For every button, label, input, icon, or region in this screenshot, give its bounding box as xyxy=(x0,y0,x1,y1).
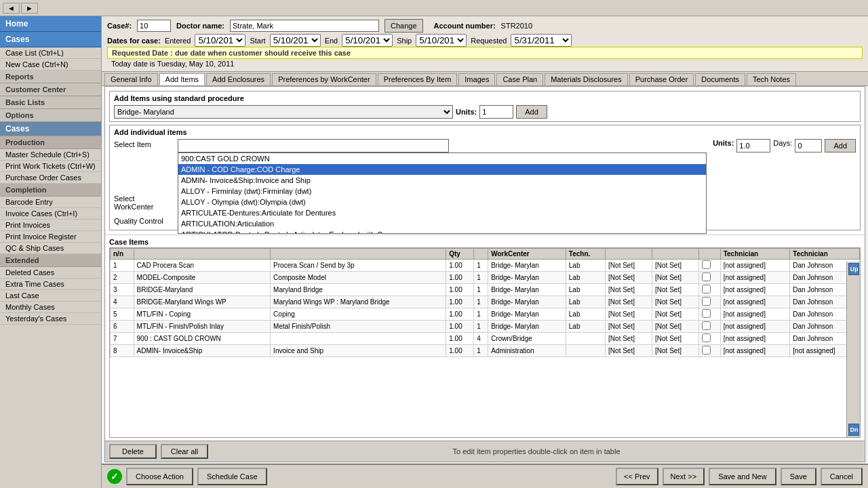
sidebar-item-extra-time-cases[interactable]: Extra Time Cases xyxy=(0,279,101,290)
sidebar-item-purchase-order-cases[interactable]: Purchase Order Cases xyxy=(0,172,101,184)
scroll-up-button[interactable]: Up xyxy=(848,263,859,275)
tab-documents[interactable]: Documents xyxy=(695,73,745,85)
clear-all-button[interactable]: Clear all xyxy=(161,444,208,459)
table-row[interactable]: 2 MODEL-Composite Composite Model 1.00 1… xyxy=(111,272,860,284)
sidebar-item-print-invoices[interactable]: Print Invoices xyxy=(0,220,101,231)
tab-case-plan[interactable]: Case Plan xyxy=(496,73,543,85)
tab-materials-disclosures[interactable]: Materials Disclosures xyxy=(545,73,628,85)
sidebar-label-options[interactable]: Options xyxy=(0,109,101,122)
doctor-name-input[interactable] xyxy=(230,20,379,32)
sidebar-item-master-schedule[interactable]: Master Schedule (Ctrl+S) xyxy=(0,149,101,161)
cell-code: 900 : CAST GOLD CROWN xyxy=(134,333,271,345)
dropdown-item-admin-invoice-ship[interactable]: ADMIN- Invoice&Ship:Invoice and Ship xyxy=(178,175,706,186)
tab-content-add-items: Add Items using standard procedure Bridg… xyxy=(104,86,865,462)
scroll-down-button[interactable]: Dn xyxy=(848,424,859,436)
entered-date-select[interactable]: 5/10/2011 xyxy=(195,34,245,47)
next-button[interactable]: Next >> xyxy=(663,468,705,485)
tab-preferences-by-workcenter[interactable]: Preferences by WorkCenter xyxy=(272,73,376,85)
sidebar-item-invoice-cases[interactable]: Invoice Cases (Ctrl+I) xyxy=(0,208,101,220)
dropdown-item-articulation[interactable]: ARTICULATION:Articulation xyxy=(178,218,706,229)
table-row[interactable]: 4 BRIDGE-Maryland Wings WP Maryland Wing… xyxy=(111,296,860,308)
sidebar-item-yesterdays-cases[interactable]: Yesterday's Cases xyxy=(0,313,101,325)
units-input[interactable] xyxy=(479,105,513,119)
cell-code: MODEL-Composite xyxy=(134,272,271,284)
dropdown-item-admin-cod[interactable]: ADMIN - COD Charge:COD Charge xyxy=(178,164,706,175)
cell-n: 6 xyxy=(111,321,134,333)
tab-add-enclosures[interactable]: Add Enclosures xyxy=(206,73,271,85)
add-standard-button[interactable]: Add xyxy=(516,105,547,119)
account-number-value: STR2010 xyxy=(501,22,532,30)
save-and-new-button[interactable]: Save and New xyxy=(709,468,776,485)
case-number-input[interactable] xyxy=(137,20,171,32)
tab-preferences-by-item[interactable]: Preferences By Item xyxy=(378,73,458,85)
ship-date-select[interactable]: 5/10/2011 xyxy=(416,34,467,47)
save-button[interactable]: Save xyxy=(781,468,816,485)
cell-assigned: [not assigned] xyxy=(720,296,790,308)
prev-button[interactable]: << Prev xyxy=(616,468,658,485)
cell-tech: Lab xyxy=(566,308,605,321)
cell-workcenter: Crown/Bridge xyxy=(488,333,566,345)
sidebar-item-deleted-cases[interactable]: Deleted Cases xyxy=(0,267,101,279)
back-button[interactable]: ◄ xyxy=(3,3,20,14)
sidebar-label-basic-lists[interactable]: Basic Lists xyxy=(0,96,101,109)
forward-button[interactable]: ► xyxy=(21,3,38,14)
tabs-bar: General Info Add Items Add Enclosures Pr… xyxy=(102,72,868,86)
table-row[interactable]: 7 900 : CAST GOLD CROWN 1.00 4 Crown/Bri… xyxy=(111,333,860,345)
dropdown-item-alloy-olympia[interactable]: ALLOY - Olympia (dwt):Olympia (dwt) xyxy=(178,197,706,207)
individual-items-title: Add individual items xyxy=(114,128,856,136)
cell-status1: [Not Set] xyxy=(606,296,652,308)
sidebar-item-monthly-cases[interactable]: Monthly Cases xyxy=(0,302,101,313)
tab-general-info[interactable]: General Info xyxy=(104,73,158,85)
choose-action-button[interactable]: Choose Action xyxy=(126,468,193,485)
cancel-button[interactable]: Cancel xyxy=(821,468,863,485)
dropdown-item-alloy-firminlay[interactable]: ALLOY - Firminlay (dwt):Firminlay (dwt) xyxy=(178,186,706,197)
table-row[interactable]: 8 ADMIN- Invoice&Ship Invoice and Ship 1… xyxy=(111,345,860,357)
schedule-case-button[interactable]: Schedule Case xyxy=(197,468,267,485)
cell-qty: 1.00 xyxy=(446,308,474,321)
delete-button[interactable]: Delete xyxy=(109,444,157,459)
tab-add-items[interactable]: Add Items xyxy=(159,73,205,85)
cell-assigned: [not assigned] xyxy=(720,321,790,333)
cell-qty: 1.00 xyxy=(446,260,474,272)
sidebar-item-qc-ship-cases[interactable]: QC & Ship Cases xyxy=(0,243,101,254)
sidebar-label-cases-section: Cases xyxy=(0,122,101,136)
cell-check xyxy=(699,272,721,284)
cell-workcenter: Bridge- Marylan xyxy=(488,296,566,308)
sidebar-item-barcode-entry[interactable]: Barcode Entry xyxy=(0,197,101,208)
days-input[interactable] xyxy=(795,139,822,152)
sidebar-item-last-case[interactable]: Last Case xyxy=(0,290,101,302)
sidebar-item-home[interactable]: Home xyxy=(0,16,101,32)
add-individual-button[interactable]: Add xyxy=(825,139,856,152)
table-row[interactable]: 3 BRIDGE-Maryland Maryland Bridge 1.00 1… xyxy=(111,284,860,296)
end-date-select[interactable]: 5/10/2011 xyxy=(342,34,393,47)
tab-images[interactable]: Images xyxy=(458,73,495,85)
end-label: End xyxy=(325,37,338,45)
requested-date-select[interactable]: 5/31/2011 xyxy=(511,34,572,47)
sidebar-item-print-work-tickets[interactable]: Print Work Tickets (Ctrl+W) xyxy=(0,161,101,172)
cell-num: 1 xyxy=(474,345,488,357)
cell-status2: [Not Set] xyxy=(652,333,699,345)
sidebar-item-case-list[interactable]: Case List (Ctrl+L) xyxy=(0,47,101,59)
sidebar-item-new-case[interactable]: New Case (Ctrl+N) xyxy=(0,59,101,70)
dropdown-item-articulate-dentures[interactable]: ARTICULATE-Dentures:Articulate for Dentu… xyxy=(178,207,706,218)
table-row[interactable]: 1 CAD Procera Scan Procera Scan / Send b… xyxy=(111,260,860,272)
cell-check xyxy=(699,296,721,308)
start-date-select[interactable]: 5/10/2011 xyxy=(270,34,321,47)
sidebar-item-cases[interactable]: Cases xyxy=(0,32,101,47)
cell-tech: Lab xyxy=(566,321,605,333)
tab-purchase-order[interactable]: Purchase Order xyxy=(629,73,694,85)
change-button[interactable]: Change xyxy=(384,19,423,33)
sidebar-label-customer-center[interactable]: Customer Center xyxy=(0,83,101,96)
sidebar-item-print-invoice-register[interactable]: Print Invoice Register xyxy=(0,231,101,243)
tab-tech-notes[interactable]: Tech Notes xyxy=(747,73,796,85)
procedure-select[interactable]: Bridge- Maryland xyxy=(114,105,453,119)
cell-num: 1 xyxy=(474,260,488,272)
dropdown-item-articulator-doctors[interactable]: ARTICULATOR-Doctor's:Doctor's Articulato… xyxy=(178,229,706,234)
requested-label: Requested xyxy=(471,37,507,45)
units2-input[interactable] xyxy=(736,139,770,152)
dropdown-item-900-cast-gold[interactable]: 900:CAST GOLD CROWN xyxy=(178,153,706,164)
item-dropdown-list[interactable]: 900:CAST GOLD CROWN ADMIN - COD Charge:C… xyxy=(178,152,707,234)
table-row[interactable]: 5 MTL/FIN - Coping Coping 1.00 1 Bridge-… xyxy=(111,308,860,321)
table-row[interactable]: 6 MTL/FIN - Finish/Polish Inlay Metal Fi… xyxy=(111,321,860,333)
select-item-input[interactable] xyxy=(178,139,449,152)
